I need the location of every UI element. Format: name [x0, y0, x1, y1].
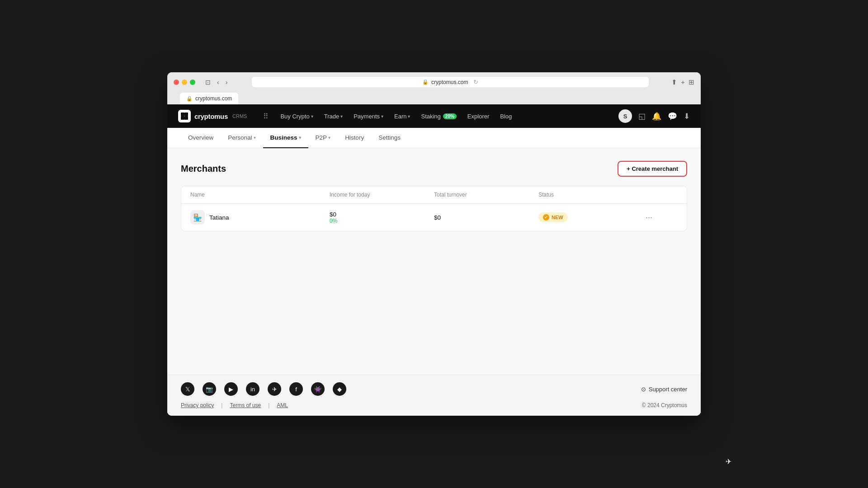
top-nav: cryptomus CRMS ⠿ Buy Crypto ▾ Trade ▾ Pa… — [167, 104, 701, 128]
col-name: Name — [190, 192, 330, 198]
nav-staking[interactable]: Staking 20% — [416, 110, 461, 122]
merchant-name-cell: 🏪 Tatiana — [190, 210, 330, 225]
social-instagram[interactable]: 📷 — [203, 382, 216, 396]
status-cell: ✓ NEW — [538, 212, 643, 222]
notifications-icon[interactable]: 🔔 — [652, 112, 661, 121]
footer-social: 𝕏 📷 ▶ in ✈ f 👾 ◆ ⊙ Support center — [181, 382, 687, 396]
social-discord[interactable]: ◆ — [333, 382, 346, 396]
close-button[interactable] — [174, 80, 179, 85]
logo-text: cryptomus — [194, 113, 228, 120]
tab-favicon: 🔒 — [186, 96, 193, 102]
merchant-icon: 🏪 — [190, 210, 205, 225]
subnav-personal[interactable]: Personal ▾ — [221, 128, 263, 148]
status-badge: ✓ NEW — [538, 212, 568, 222]
subnav-settings[interactable]: Settings — [371, 128, 408, 148]
page-title: Merchants — [181, 164, 226, 174]
svg-rect-3 — [184, 116, 188, 120]
merchant-name: Tatiana — [209, 214, 229, 221]
terms-of-use-link[interactable]: Terms of use — [230, 402, 261, 408]
minimize-button[interactable] — [182, 80, 187, 85]
svg-rect-2 — [181, 116, 184, 120]
support-center-link[interactable]: ⊙ Support center — [641, 386, 687, 393]
col-income: Income for today — [330, 192, 434, 198]
create-merchant-button[interactable]: + Create merchant — [618, 161, 687, 177]
subnav-history[interactable]: History — [338, 128, 371, 148]
logo-section: cryptomus CRMS — [178, 110, 247, 122]
more-options-button[interactable]: ··· — [643, 212, 655, 223]
lock-icon: 🔒 — [422, 79, 429, 85]
trade-chevron: ▾ — [340, 114, 343, 119]
turnover-cell: $0 — [434, 213, 538, 221]
browser-chrome: ⊡ ‹ › 🔒 cryptomus.com ↻ ⬆ + ⊞ 🔒 cryptomu… — [167, 72, 701, 104]
privacy-policy-link[interactable]: Privacy policy — [181, 402, 214, 408]
footer-left-links: Privacy policy | Terms of use | AML — [181, 402, 288, 408]
personal-chevron: ▾ — [254, 135, 256, 140]
browser-actions: ⬆ + ⊞ — [671, 78, 694, 86]
income-cell: $0 0% — [330, 211, 434, 224]
page-header: Merchants + Create merchant — [181, 161, 687, 177]
table-header: Name Income for today Total turnover Sta… — [181, 186, 687, 204]
browser-tabbar: 🔒 cryptomus.com — [174, 93, 694, 104]
sub-nav: Overview Personal ▾ Business ▾ P2P ▾ His… — [167, 128, 701, 148]
subnav-business[interactable]: Business ▾ — [263, 128, 308, 148]
main-content: Merchants + Create merchant Name Income … — [167, 148, 701, 375]
app-content: cryptomus CRMS ⠿ Buy Crypto ▾ Trade ▾ Pa… — [167, 104, 701, 416]
sidebar-toggle[interactable]: ⊡ — [203, 78, 212, 87]
payments-chevron: ▾ — [381, 114, 383, 119]
social-youtube[interactable]: ▶ — [224, 382, 238, 396]
back-button[interactable]: ‹ — [215, 78, 221, 87]
social-reddit[interactable]: 👾 — [311, 382, 325, 396]
active-tab[interactable]: 🔒 cryptomus.com — [180, 93, 238, 104]
maximize-button[interactable] — [190, 80, 195, 85]
social-x[interactable]: 𝕏 — [181, 382, 194, 396]
reload-icon[interactable]: ↻ — [473, 79, 478, 85]
business-chevron: ▾ — [299, 135, 301, 140]
chat-fab-button[interactable]: ✈ — [720, 453, 737, 470]
share-icon[interactable]: ⬆ — [671, 78, 677, 86]
nav-blog[interactable]: Blog — [495, 110, 516, 122]
svg-rect-0 — [181, 113, 184, 116]
status-dot-icon: ✓ — [543, 214, 549, 221]
income-amount: $0 — [330, 211, 434, 218]
col-actions — [643, 192, 678, 198]
nav-explorer[interactable]: Explorer — [463, 110, 494, 122]
messages-icon[interactable]: 💬 — [668, 112, 677, 121]
forward-button[interactable]: › — [224, 78, 230, 87]
staking-badge: 20% — [443, 113, 457, 119]
nav-payments[interactable]: Payments ▾ — [349, 110, 388, 122]
tabs-icon[interactable]: ⊞ — [689, 78, 694, 86]
merchants-table: Name Income for today Total turnover Sta… — [181, 186, 687, 231]
nav-right: S ◱ 🔔 💬 ⬇ — [618, 109, 690, 123]
col-turnover: Total turnover — [434, 192, 538, 198]
new-tab-icon[interactable]: + — [681, 78, 685, 86]
income-percent: 0% — [330, 218, 434, 224]
traffic-lights — [174, 80, 195, 85]
grid-icon[interactable]: ⠿ — [263, 112, 269, 121]
subnav-overview[interactable]: Overview — [181, 128, 221, 148]
nav-trade[interactable]: Trade ▾ — [320, 110, 347, 122]
col-status: Status — [538, 192, 643, 198]
user-avatar[interactable]: S — [618, 109, 632, 123]
download-icon[interactable]: ⬇ — [684, 112, 690, 121]
nav-earn[interactable]: Earn ▾ — [390, 110, 415, 122]
footer-links: Privacy policy | Terms of use | AML © 20… — [181, 402, 687, 408]
support-icon: ⊙ — [641, 386, 646, 393]
tab-title: cryptomus.com — [195, 95, 232, 102]
svg-rect-1 — [184, 113, 188, 116]
footer: 𝕏 📷 ▶ in ✈ f 👾 ◆ ⊙ Support center Privac… — [167, 375, 701, 416]
browser-window: ⊡ ‹ › 🔒 cryptomus.com ↻ ⬆ + ⊞ 🔒 cryptomu… — [167, 72, 701, 416]
divider-1: | — [221, 402, 222, 408]
social-linkedin[interactable]: in — [246, 382, 259, 396]
address-bar[interactable]: 🔒 cryptomus.com ↻ — [252, 77, 649, 87]
social-facebook[interactable]: f — [289, 382, 303, 396]
aml-link[interactable]: AML — [277, 402, 288, 408]
subnav-p2p[interactable]: P2P ▾ — [308, 128, 338, 148]
cryptomus-logo-svg — [180, 112, 189, 120]
turnover-amount: $0 — [434, 214, 441, 221]
window-controls: ⊡ ‹ › — [203, 78, 229, 87]
logo-badge: CRMS — [232, 113, 247, 119]
nav-buy-crypto[interactable]: Buy Crypto ▾ — [276, 110, 317, 122]
social-icons: 𝕏 📷 ▶ in ✈ f 👾 ◆ — [181, 382, 346, 396]
social-telegram[interactable]: ✈ — [268, 382, 281, 396]
wallet-icon[interactable]: ◱ — [638, 112, 646, 121]
